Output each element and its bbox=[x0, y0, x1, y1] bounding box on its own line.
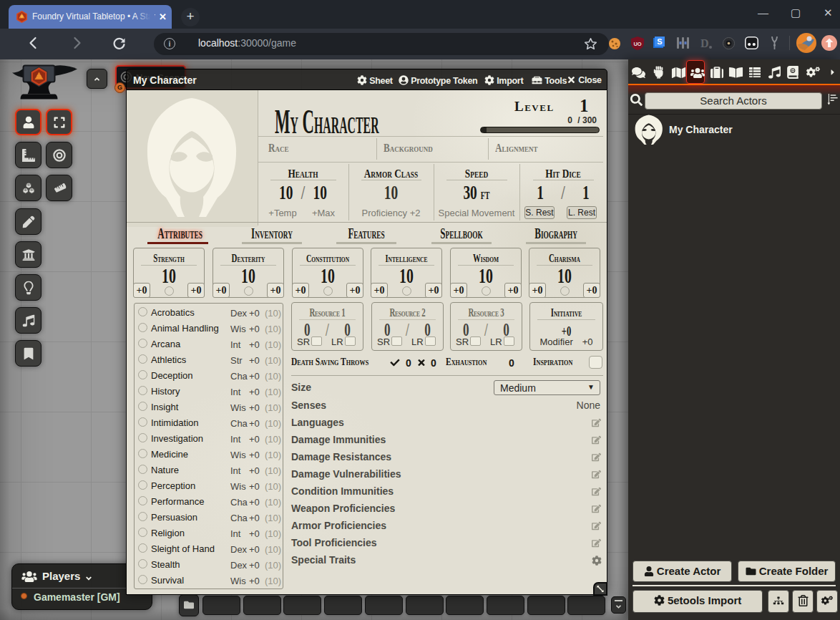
svg-text:UO: UO bbox=[633, 41, 641, 47]
svg-text:S: S bbox=[657, 37, 662, 46]
svg-text:20: 20 bbox=[36, 74, 41, 79]
svg-text:D: D bbox=[700, 37, 709, 49]
